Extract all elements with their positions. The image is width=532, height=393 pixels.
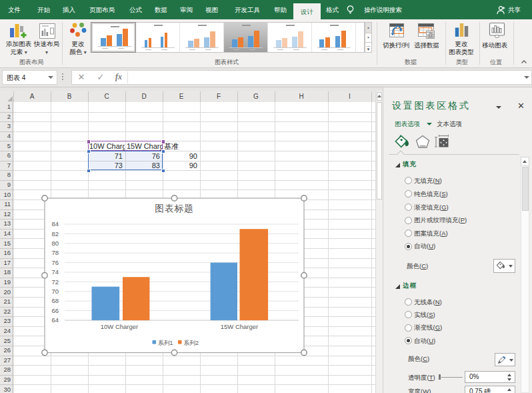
svg-text:76: 76 [51, 259, 59, 266]
svg-text:66: 66 [51, 307, 59, 314]
svg-text:系列2: 系列2 [184, 340, 199, 346]
svg-text:74: 74 [51, 268, 59, 276]
svg-text:78: 78 [51, 249, 59, 256]
svg-text:80: 80 [51, 240, 59, 247]
svg-text:82: 82 [51, 230, 59, 238]
svg-text:15W Charger: 15W Charger [221, 323, 259, 330]
svg-text:72: 72 [51, 278, 59, 286]
svg-text:图表标题: 图表标题 [155, 204, 193, 214]
svg-text:系列1: 系列1 [158, 340, 173, 346]
svg-text:10W Charger: 10W Charger [101, 323, 139, 330]
svg-text:84: 84 [51, 220, 59, 228]
svg-text:70: 70 [51, 288, 59, 295]
svg-text:64: 64 [51, 316, 59, 324]
svg-text:68: 68 [51, 297, 59, 304]
